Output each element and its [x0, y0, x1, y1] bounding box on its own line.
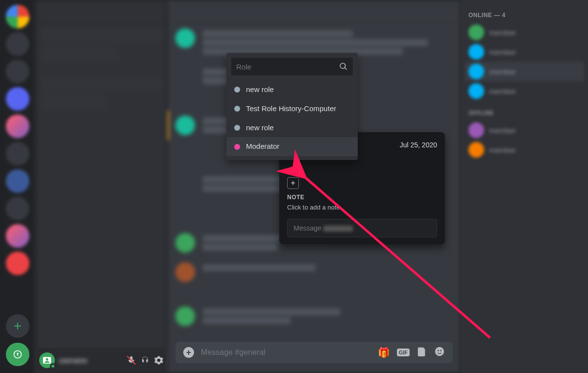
member-since-date: Jul 25, 2020: [400, 141, 437, 149]
server-icon[interactable]: [6, 197, 29, 220]
member-list: ONLINE — 4 member member member member O…: [461, 0, 588, 373]
chat-input-placeholder: Message #general: [201, 348, 371, 357]
server-icon[interactable]: [6, 87, 29, 111]
server-icon[interactable]: [6, 60, 29, 83]
note-placeholder[interactable]: Click to add a note: [279, 204, 445, 219]
online-heading: ONLINE — 4: [465, 8, 584, 23]
gif-icon[interactable]: GIF: [397, 349, 410, 356]
server-icon[interactable]: [6, 142, 29, 165]
server-icon[interactable]: [6, 115, 29, 138]
role-search-placeholder: Role: [236, 63, 339, 71]
role-option-moderator[interactable]: Moderator: [226, 137, 358, 156]
server-icon[interactable]: [6, 169, 29, 193]
add-server-button[interactable]: +: [6, 314, 29, 338]
user-footer: username: [35, 348, 168, 373]
role-search-input[interactable]: Role: [231, 58, 353, 75]
attach-icon[interactable]: +: [183, 347, 194, 358]
user-avatar[interactable]: [39, 352, 55, 368]
role-color-dot: [234, 87, 240, 93]
role-color-dot: [234, 144, 240, 150]
role-option[interactable]: new role: [226, 118, 358, 138]
role-option[interactable]: new role: [226, 80, 358, 99]
gift-icon[interactable]: 🎁: [378, 347, 390, 358]
svg-point-1: [435, 347, 444, 355]
role-label: Moderator: [246, 142, 279, 151]
explore-button[interactable]: [6, 343, 29, 366]
member-item[interactable]: member: [465, 62, 584, 81]
settings-icon[interactable]: [154, 355, 164, 365]
svg-point-3: [440, 350, 441, 351]
popout-message-input[interactable]: Message: [287, 219, 437, 237]
note-heading: NOTE: [279, 194, 445, 204]
sticker-icon[interactable]: [416, 346, 427, 359]
server-icon[interactable]: [6, 252, 29, 275]
deafen-icon[interactable]: [140, 355, 150, 365]
emoji-icon[interactable]: [434, 346, 445, 359]
search-icon: [339, 62, 348, 71]
role-color-dot: [234, 125, 240, 131]
mute-icon[interactable]: [126, 355, 136, 365]
popout-message-prefix: Message: [294, 224, 321, 232]
channel-sidebar: [35, 0, 168, 373]
member-item[interactable]: member: [465, 140, 584, 160]
server-icon[interactable]: [6, 32, 29, 56]
role-label: new role: [246, 85, 274, 94]
member-item[interactable]: member: [465, 120, 584, 140]
role-option[interactable]: Test Role History-Computer: [226, 99, 358, 118]
role-search-dropdown: Role new role Test Role History-Computer…: [226, 53, 358, 160]
member-item[interactable]: member: [465, 42, 584, 62]
chat-input[interactable]: + Message #general 🎁 GIF: [175, 342, 453, 363]
server-icon[interactable]: [6, 5, 29, 28]
role-label: new role: [246, 123, 274, 133]
add-role-button[interactable]: +: [287, 177, 299, 189]
role-color-dot: [234, 106, 240, 112]
member-item[interactable]: member: [465, 23, 584, 42]
role-label: Test Role History-Computer: [246, 104, 336, 114]
member-item[interactable]: member: [465, 81, 584, 101]
svg-point-2: [438, 350, 439, 351]
server-icon[interactable]: [6, 224, 29, 248]
